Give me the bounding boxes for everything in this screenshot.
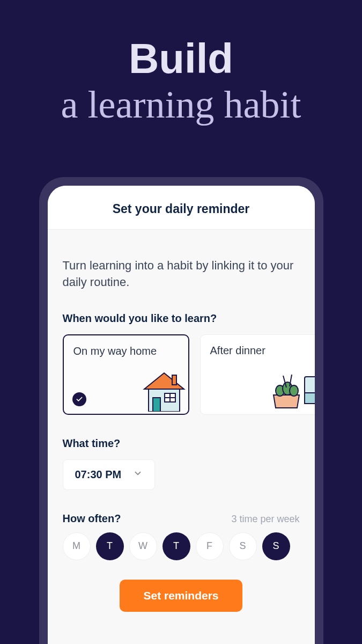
headline-serif: a learning habit — [0, 84, 362, 126]
day-toggle-fri[interactable]: F — [196, 532, 224, 560]
screen-title: Set your daily reminder — [58, 202, 304, 216]
often-row: How often? 3 time per week — [63, 513, 300, 525]
phone-screen: Set your daily reminder Turn learning in… — [48, 186, 315, 644]
headline-bold: Build — [0, 38, 362, 79]
intro-text: Turn learning into a habit by linking it… — [63, 258, 300, 291]
routine-cards-row: On my way home — [63, 334, 300, 415]
day-toggle-wed[interactable]: W — [129, 532, 157, 560]
time-picker[interactable]: 07:30 PM — [63, 459, 156, 490]
day-toggle-mon[interactable]: M — [63, 532, 91, 560]
dinner-icon — [267, 369, 315, 414]
marketing-headline: Build a learning habit — [0, 0, 362, 126]
check-icon — [72, 392, 86, 406]
phone-frame: Set your daily reminder Turn learning in… — [39, 177, 323, 644]
when-label: When would you like to learn? — [63, 312, 300, 325]
screen-content: Turn learning into a habit by linking it… — [48, 230, 315, 644]
routine-card-label: On my way home — [73, 344, 179, 358]
svg-marker-0 — [144, 373, 184, 389]
routine-card-label: After dinner — [210, 343, 315, 357]
svg-rect-2 — [153, 398, 160, 412]
set-reminders-button[interactable]: Set reminders — [120, 580, 242, 612]
day-toggle-sat[interactable]: S — [229, 532, 257, 560]
day-toggle-tue[interactable]: T — [96, 532, 124, 560]
house-icon — [140, 370, 188, 414]
chevron-down-icon — [133, 469, 143, 480]
routine-card-dinner[interactable]: After dinner — [200, 334, 315, 415]
often-hint: 3 time per week — [231, 514, 299, 525]
screen-header: Set your daily reminder — [48, 186, 315, 230]
svg-rect-6 — [172, 375, 176, 385]
often-label: How often? — [63, 513, 121, 525]
svg-rect-8 — [305, 393, 315, 404]
routine-card-home[interactable]: On my way home — [63, 334, 189, 415]
time-value: 07:30 PM — [75, 469, 122, 481]
day-toggle-sun[interactable]: S — [262, 532, 290, 560]
svg-point-11 — [290, 385, 298, 396]
cta-wrap: Set reminders — [63, 580, 300, 612]
time-label: What time? — [63, 437, 300, 450]
days-row: M T W T F S S — [63, 532, 300, 560]
day-toggle-thu[interactable]: T — [162, 532, 190, 560]
